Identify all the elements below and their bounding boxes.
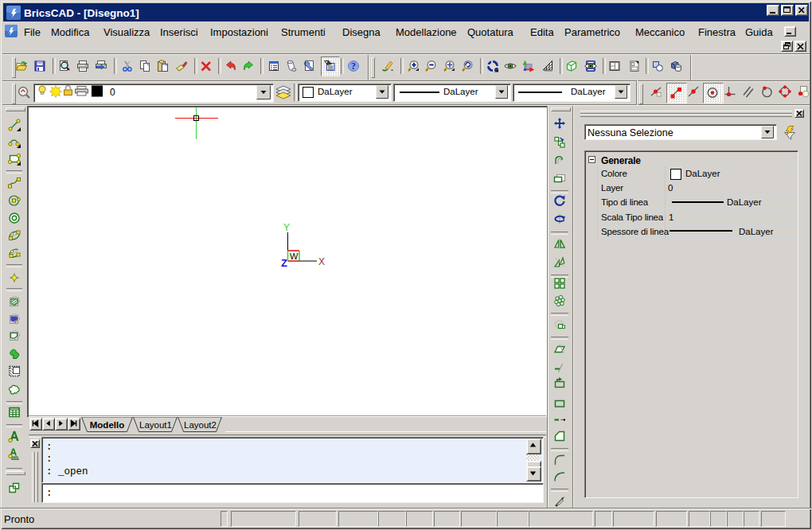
svg-text:W: W [290,251,299,261]
svg-text:X: X [318,256,325,267]
svg-text:?: ? [351,60,356,72]
svg-text:Y: Y [283,222,290,233]
svg-text:Z: Z [281,257,287,269]
